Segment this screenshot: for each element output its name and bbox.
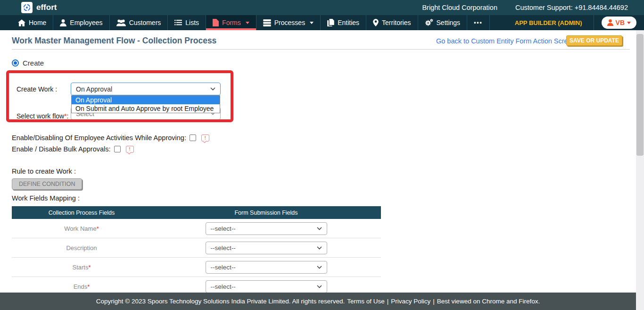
nav-label: Forms: [222, 19, 241, 26]
nav-divider: [594, 15, 594, 30]
nav-label: Customers: [129, 19, 161, 26]
chevron-down-icon: [317, 285, 322, 288]
employee-icon: [60, 19, 66, 26]
nav-label: Employees: [70, 19, 102, 26]
nav-label: Entities: [338, 19, 359, 26]
nav-label: Home: [29, 19, 46, 26]
nav-item-entities[interactable]: Entities: [321, 15, 366, 30]
nav-item-customers[interactable]: Customers: [110, 15, 168, 30]
customers-icon: [116, 19, 126, 26]
app-builder-role[interactable]: APP BUILDER (ADMIN): [515, 19, 582, 26]
save-or-update-button[interactable]: SAVE OR UPDATE: [566, 35, 622, 46]
work-fields-mapping-label: Work Fields Mapping :: [12, 194, 80, 202]
field-label: Ends*: [12, 283, 151, 290]
option-on-approval[interactable]: On Approval: [72, 96, 220, 104]
ends-select[interactable]: --select--: [206, 280, 327, 293]
work-fields-mapping-table: Collection Process Fields Form Submissio…: [12, 206, 381, 296]
map-pin-icon: [373, 19, 379, 26]
warning-bubble-icon[interactable]: !: [126, 146, 134, 153]
nav-label: Processes: [274, 19, 305, 26]
company-name: Bright Cloud Corporation: [422, 4, 497, 11]
nav-item-home[interactable]: Home: [11, 15, 53, 30]
footer-separator: |: [433, 298, 435, 305]
app-logo-text[interactable]: effort: [36, 3, 57, 12]
scrollbar[interactable]: [636, 30, 644, 310]
bulk-approvals-checkbox[interactable]: [114, 146, 121, 152]
starts-select[interactable]: --select--: [206, 261, 327, 274]
option-on-submit-auto-approve[interactable]: On Submit and Auto Approve by root Emplo…: [72, 104, 220, 113]
user-icon: [607, 19, 613, 26]
user-menu-button[interactable]: VB: [602, 17, 636, 29]
terms-of-use-link[interactable]: Terms of Use: [347, 298, 385, 305]
copyright-text: Copyright © 2023 Spoors Technology Solut…: [96, 298, 345, 305]
warning-bubble-icon[interactable]: !: [201, 134, 209, 142]
title-divider: [12, 49, 630, 50]
lists-icon: [174, 19, 182, 26]
field-label: Description: [12, 244, 151, 251]
highlight-box: Create Work : On Approval On Approval On…: [6, 70, 233, 122]
description-select[interactable]: --select--: [206, 242, 327, 254]
user-initials: VB: [616, 19, 625, 26]
nav-item-forms[interactable]: Forms: [206, 15, 256, 30]
chevron-down-icon: [627, 22, 631, 24]
nav-item-more[interactable]: •••: [467, 15, 490, 30]
rule-to-create-work-label: Rule to create Work :: [12, 168, 76, 175]
chevron-down-icon: [246, 22, 249, 24]
footer-separator: |: [387, 298, 389, 305]
customer-support-text: Customer Support: +91.84484.44692: [515, 4, 628, 11]
employee-activities-checkbox[interactable]: [190, 134, 196, 141]
chevron-down-icon: [317, 227, 322, 230]
toggle-label: Enable / Disable Bulk Approvals:: [12, 145, 111, 153]
employee-activities-toggle-row: Enable/Disabling Of Employee Activities …: [12, 134, 209, 142]
footer: Copyright © 2023 Spoors Technology Solut…: [0, 293, 636, 310]
forms-icon: [213, 19, 219, 26]
field-label: Work Name*: [12, 225, 151, 232]
processes-icon: [263, 19, 271, 26]
effort-logo-icon[interactable]: [21, 2, 33, 13]
column-header: Collection Process Fields: [12, 209, 151, 216]
gear-icon: [425, 19, 433, 26]
bulk-approvals-toggle-row: Enable / Disable Bulk Approvals: !: [12, 145, 134, 153]
create-work-selected-value: On Approval: [76, 85, 112, 93]
field-label: Starts*: [12, 264, 151, 271]
topbar: effort Bright Cloud Corporation Customer…: [0, 0, 644, 15]
table-row-work-name: Work Name* --select--: [12, 219, 381, 238]
required-mark: *: [87, 283, 90, 290]
scrollbar-thumb[interactable]: [636, 34, 644, 156]
table-row-description: Description --select--: [12, 238, 381, 258]
home-icon: [18, 19, 25, 26]
column-header: Form Submission Fields: [151, 209, 381, 216]
nav-item-settings[interactable]: Settings: [418, 15, 468, 30]
nav-item-territories[interactable]: Territories: [366, 15, 418, 30]
radio-selected-icon[interactable]: [12, 59, 19, 67]
create-work-options-list: On Approval On Submit and Auto Approve b…: [71, 95, 220, 113]
page-title: Work Master Management Flow - Collection…: [12, 36, 216, 46]
nav-label: Settings: [437, 19, 461, 26]
go-back-link[interactable]: Go back to Custom Entity Form Action Scr…: [436, 37, 576, 45]
ellipsis-icon: •••: [474, 19, 483, 26]
nav-item-employees[interactable]: Employees: [53, 15, 109, 30]
select-work-flow-label: Select work flow*:: [17, 112, 69, 120]
best-viewed-text: Best viewed on Chrome and Firefox.: [437, 298, 540, 305]
nav-label: Territories: [382, 19, 411, 26]
create-work-label: Create Work :: [17, 85, 57, 93]
table-row-starts: Starts* --select--: [12, 258, 381, 277]
required-mark: *: [97, 225, 99, 232]
create-work-select[interactable]: On Approval: [71, 83, 221, 95]
chevron-down-icon: [210, 87, 215, 91]
privacy-policy-link[interactable]: Privacy Policy: [391, 298, 430, 305]
nav-label: Lists: [185, 19, 199, 26]
table-header-row: Collection Process Fields Form Submissio…: [12, 206, 381, 219]
nav-item-lists[interactable]: Lists: [168, 15, 206, 30]
create-mode-radio[interactable]: Create: [12, 59, 44, 67]
nav-item-processes[interactable]: Processes: [256, 15, 321, 30]
chevron-down-icon: [317, 266, 322, 269]
toggle-label: Enable/Disabling Of Employee Activities …: [12, 134, 186, 142]
chevron-down-icon: [310, 22, 314, 24]
entities-icon: [327, 19, 334, 26]
required-mark: *: [88, 264, 91, 271]
work-name-select[interactable]: --select--: [206, 222, 327, 235]
chevron-down-icon: [317, 246, 322, 250]
main-navbar: Home Employees Customers Lists Forms Pro…: [0, 15, 644, 30]
define-condition-button[interactable]: DEFINE CONDITION: [12, 178, 82, 190]
